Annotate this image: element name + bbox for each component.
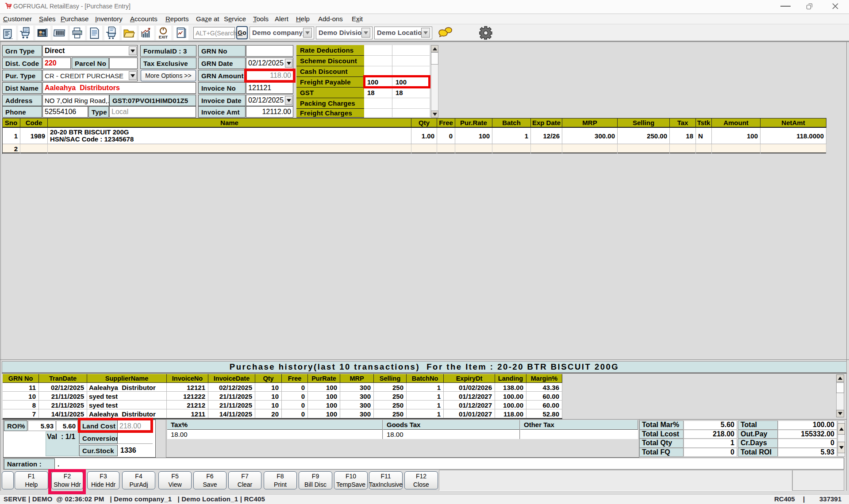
svg-text:RE: RE — [7, 3, 12, 7]
svg-text:EXIT: EXIT — [159, 35, 168, 39]
